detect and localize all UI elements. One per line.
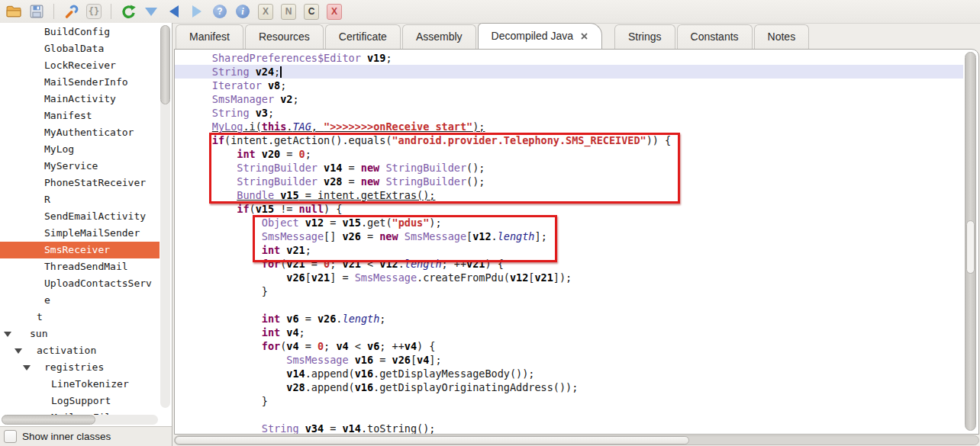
editor-horizontal-scrollbar[interactable]	[174, 435, 979, 445]
c-tool-icon[interactable]: C	[304, 4, 319, 19]
code-line[interactable]	[175, 298, 963, 312]
code-line[interactable]: int v21;	[175, 243, 963, 257]
sidebar-item-logsupport[interactable]: LogSupport	[0, 393, 160, 409]
sidebar-item-label: t	[37, 309, 43, 326]
sidebar-horizontal-scrollbar-thumb[interactable]	[2, 415, 95, 425]
tree-expand-arrow-icon[interactable]	[23, 365, 31, 371]
code-line[interactable]: if(v15 != null) {	[175, 202, 963, 216]
sidebar-item-simplemailsender[interactable]: SimpleMailSender	[0, 225, 160, 242]
code-line[interactable]: String v24;	[175, 65, 963, 79]
sidebar-item-myauthenticator[interactable]: MyAuthenticator	[0, 124, 160, 141]
sidebar-item-t[interactable]: t	[0, 309, 160, 326]
code-line[interactable]: SmsMessage v16 = v26[v4];	[175, 353, 963, 367]
sidebar-item-label: MyService	[44, 158, 98, 175]
tab-assembly[interactable]: Assembly	[402, 24, 476, 49]
x-tool-icon[interactable]: X	[258, 4, 273, 19]
sidebar-vertical-scrollbar-thumb[interactable]	[160, 25, 170, 104]
sidebar-item-mylog[interactable]: MyLog	[0, 141, 160, 158]
code-line[interactable]: int v4;	[175, 326, 963, 339]
code-line[interactable]: MyLog.i(this.TAG, ">>>>>>>onReceive star…	[175, 120, 963, 133]
braces-icon[interactable]: {}	[86, 4, 102, 19]
sidebar-item-label: SimpleMailSender	[44, 225, 140, 242]
code-line-text: }	[262, 395, 268, 407]
tab-manifest[interactable]: Manifest	[176, 24, 243, 49]
tab-notes[interactable]: Notes	[754, 24, 810, 49]
code-line[interactable]: int v6 = v26.length;	[175, 312, 963, 326]
code-line[interactable]: StringBuilder v14 = new StringBuilder();	[175, 161, 963, 175]
code-line[interactable]: }	[175, 284, 963, 298]
tab-strings[interactable]: Strings	[614, 24, 675, 49]
sidebar-item-registries[interactable]: registries	[0, 359, 160, 376]
code-line[interactable]: Bundle v15 = intent.getExtras();	[175, 188, 963, 202]
code-line[interactable]: SmsMessage[] v26 = new SmsMessage[v12.le…	[175, 229, 963, 243]
sidebar-item-r[interactable]: R	[0, 191, 160, 208]
tree-expand-arrow-icon[interactable]	[4, 332, 11, 337]
editor-horizontal-scrollbar-thumb[interactable]	[175, 436, 689, 444]
sidebar-item-mailcapfile[interactable]: MailcapFile	[0, 409, 160, 415]
code-line-text: String v34 = v14.toString();	[262, 422, 436, 434]
show-inner-classes-checkbox[interactable]	[4, 430, 17, 443]
code-line[interactable]: String v3;	[175, 106, 963, 120]
sidebar-vertical-scrollbar[interactable]	[160, 25, 170, 408]
sidebar-item-myservice[interactable]: MyService	[0, 158, 160, 175]
refresh-icon[interactable]	[121, 4, 136, 19]
tab-certificate[interactable]: Certificate	[325, 24, 401, 49]
code-line[interactable]: if(intent.getAction().equals("android.pr…	[175, 133, 963, 147]
sidebar-item-globaldata[interactable]: GlobalData	[0, 40, 160, 57]
sidebar-item-label: MyLog	[44, 141, 74, 158]
code-line-text: SmsManager v2;	[212, 93, 299, 105]
sidebar-item-mainactivity[interactable]: MainActivity	[0, 91, 160, 107]
help-icon[interactable]: ?	[212, 4, 227, 19]
code-line[interactable]: SmsManager v2;	[175, 92, 963, 106]
editor-vertical-scrollbar[interactable]	[965, 52, 976, 431]
info-icon[interactable]: i	[235, 4, 250, 19]
sidebar-item-buildconfig[interactable]: BuildConfig	[0, 24, 160, 40]
code-line[interactable]: int v20 = 0;	[175, 147, 963, 161]
sidebar-item-manifest[interactable]: Manifest	[0, 107, 160, 124]
code-line[interactable]: v14.append(v16.getDisplayMessageBody());	[175, 367, 963, 380]
code-line[interactable]: for(v4 = 0; v4 < v6; ++v4) {	[175, 339, 963, 353]
sidebar-item-mailsenderinfo[interactable]: MailSenderInfo	[0, 74, 160, 91]
tab-decompiled-java[interactable]: Decompiled Java	[478, 23, 602, 49]
navigate-forward-icon[interactable]	[189, 4, 205, 19]
code-line[interactable]: for(v21 = 0; v21 < v12.length; ++v21) {	[175, 257, 963, 271]
sidebar-item-uploadcontactsserv[interactable]: UploadContactsServ	[0, 275, 160, 292]
close-x-icon[interactable]: X	[327, 4, 342, 19]
editor-vertical-scrollbar-thumb[interactable]	[966, 220, 975, 274]
open-folder-icon[interactable]	[6, 4, 21, 19]
save-icon[interactable]	[29, 4, 44, 19]
tab-close-icon[interactable]	[580, 32, 588, 40]
code-line[interactable]: String v34 = v14.toString();	[175, 422, 963, 434]
tab-label: Assembly	[416, 30, 463, 43]
sidebar-item-sendemailactivity[interactable]: SendEmailActivity	[0, 208, 160, 225]
sidebar-item-sun[interactable]: sun	[0, 326, 160, 342]
dropdown-icon[interactable]	[143, 4, 159, 19]
code-line[interactable]	[175, 408, 963, 422]
sidebar-horizontal-scrollbar[interactable]	[2, 415, 158, 425]
settings-wrench-icon[interactable]	[63, 4, 79, 19]
code-line[interactable]: Iterator v8;	[175, 79, 963, 92]
sidebar-item-phonestatreceiver[interactable]: PhoneStatReceiver	[0, 175, 160, 191]
sidebar-item-label: LogSupport	[51, 393, 111, 409]
code-line[interactable]: Object v12 = v15.get("pdus");	[175, 216, 963, 229]
code-line[interactable]: }	[175, 394, 963, 408]
code-area[interactable]: SharedPreferences$Editor v19;String v24;…	[175, 51, 963, 434]
sidebar-item-threadsendmail[interactable]: ThreadSendMail	[0, 258, 160, 275]
code-line-text: StringBuilder v14 = new StringBuilder();	[237, 162, 485, 174]
code-line[interactable]: v26[v21] = SmsMessage.createFromPdu(v12[…	[175, 271, 963, 284]
sidebar-item-linetokenizer[interactable]: LineTokenizer	[0, 376, 160, 393]
tab-resources[interactable]: Resources	[245, 24, 324, 49]
tree-expand-arrow-icon[interactable]	[15, 348, 22, 354]
sidebar-item-lockreceiver[interactable]: LockReceiver	[0, 57, 160, 74]
navigate-back-icon[interactable]	[166, 4, 182, 19]
sidebar-item-activation[interactable]: activation	[0, 342, 160, 359]
code-line[interactable]: SharedPreferences$Editor v19;	[175, 51, 963, 65]
tab-constants[interactable]: Constants	[677, 24, 753, 49]
sidebar-item-smsreceiver[interactable]: SmsReceiver	[0, 242, 160, 258]
code-line-text: int v20 = 0;	[237, 148, 311, 160]
sidebar-item-e[interactable]: e	[0, 292, 160, 309]
n-tool-icon[interactable]: N	[281, 4, 296, 19]
decompiler-window: {}?iXNCX BuildConfigGlobalDataLockReceiv…	[0, 0, 980, 446]
code-line[interactable]: v28.append(v16.getDisplayOriginatingAddr…	[175, 380, 963, 394]
code-line[interactable]: StringBuilder v28 = new StringBuilder();	[175, 175, 963, 188]
